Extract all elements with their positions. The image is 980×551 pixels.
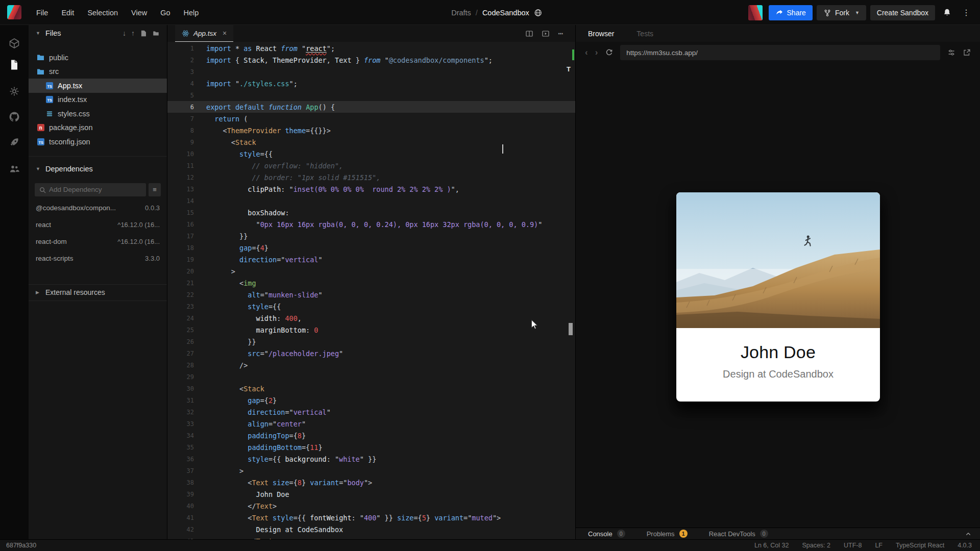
dependencies-section-header[interactable]: ▼ Dependencies <box>29 161 167 177</box>
status-ln-6-col-32[interactable]: Ln 6, Col 32 <box>754 542 789 549</box>
file-label: styles.css <box>58 110 90 118</box>
code-line-40: 40 </Text> <box>167 500 575 512</box>
close-tab-icon[interactable]: × <box>223 29 227 37</box>
add-dependency-input[interactable] <box>35 183 146 196</box>
notifications-bell-icon[interactable] <box>939 5 954 20</box>
deploy-rocket-icon[interactable] <box>8 136 20 148</box>
line-number: 7 <box>167 115 197 122</box>
react-icon <box>182 30 189 37</box>
code-line-28: 28 /> <box>167 359 575 371</box>
tab-browser[interactable]: Browser <box>588 30 614 38</box>
code-line-26: 26 }} <box>167 336 575 347</box>
split-view-icon[interactable] <box>525 30 533 38</box>
editor-scrollbar[interactable]: T <box>568 42 574 539</box>
tab-app-tsx[interactable]: App.tsx × <box>175 25 233 42</box>
live-users-icon[interactable] <box>8 163 20 175</box>
status-4-0-3[interactable]: 4.0.3 <box>958 542 972 549</box>
line-number: 3 <box>167 68 197 76</box>
code-editor[interactable]: 1import * as React from "react";2import … <box>167 42 575 539</box>
devtools-tab-react-devtools[interactable]: React DevTools0 <box>709 530 768 538</box>
dependency-filter-icon[interactable]: ≡ <box>149 183 161 196</box>
chevron-up-icon[interactable] <box>965 531 972 537</box>
code-line-30: 30 <Stack <box>167 383 575 394</box>
status-spaces-2[interactable]: Spaces: 2 <box>802 542 830 549</box>
npm-icon: n <box>37 124 44 132</box>
external-resources-header[interactable]: ▶ External resources <box>29 285 167 300</box>
code-line-8: 8 <ThemeProvider theme={{}}> <box>167 124 575 136</box>
new-file-icon[interactable] <box>140 30 147 37</box>
line-number: 36 <box>167 456 197 463</box>
menu-edit[interactable]: Edit <box>55 6 81 20</box>
css-icon <box>45 110 53 117</box>
scrollbar-handle[interactable] <box>569 323 573 335</box>
devtools-tab-problems[interactable]: Problems1 <box>647 530 688 538</box>
file-index-tsx[interactable]: TSindex.tsx <box>29 93 167 107</box>
share-button[interactable]: Share <box>769 5 813 20</box>
code-line-17: 17 }} <box>167 230 575 242</box>
create-sandbox-button[interactable]: Create Sandbox <box>870 5 935 20</box>
chevron-down-icon: ▼ <box>36 31 41 36</box>
refresh-icon[interactable] <box>605 48 613 57</box>
menu-selection[interactable]: Selection <box>81 6 125 20</box>
devtools-tab-console[interactable]: Console0 <box>588 530 625 538</box>
more-options-icon[interactable]: ⋮ <box>959 5 974 20</box>
fork-button[interactable]: Fork ▼ <box>817 5 866 20</box>
status-utf-8[interactable]: UTF-8 <box>844 542 862 549</box>
code-line-42: 42 Design at CodeSandbox <box>167 523 575 535</box>
line-number: 4 <box>167 80 197 87</box>
dependency-name: react-scripts <box>36 255 74 262</box>
files-section-header[interactable]: ▼ Files ↓ ↑ <box>29 25 167 41</box>
menu-bar: FileEditSelectionViewGoHelp <box>30 0 205 25</box>
open-in-new-window-icon[interactable] <box>963 48 971 57</box>
breadcrumb-folder[interactable]: Drafts <box>451 9 471 17</box>
file-package-json[interactable]: npackage.json <box>29 121 167 135</box>
sandbox-cube-icon[interactable] <box>8 37 20 49</box>
upload-icon[interactable]: ↑ <box>131 29 135 37</box>
file-tsconfig-json[interactable]: TStsconfig.json <box>29 135 167 149</box>
line-number: 29 <box>167 373 197 381</box>
status-lf[interactable]: LF <box>875 542 883 549</box>
preview-play-icon[interactable] <box>542 30 550 38</box>
menu-view[interactable]: View <box>125 6 154 20</box>
dependency-row[interactable]: @codesandbox/compon...0.0.3 <box>29 199 167 216</box>
dependency-list: @codesandbox/compon...0.0.3react^16.12.0… <box>29 199 167 267</box>
settings-gear-icon[interactable] <box>8 85 20 97</box>
download-icon[interactable]: ↓ <box>122 29 126 37</box>
back-icon[interactable]: ‹ <box>585 47 588 58</box>
devtools-tab-label: React DevTools <box>709 530 755 538</box>
line-number: 30 <box>167 385 197 392</box>
file-app-tsx[interactable]: TSApp.tsx <box>29 79 167 93</box>
dependency-row[interactable]: react-dom^16.12.0 (16... <box>29 233 167 250</box>
url-input[interactable]: https://mm3su.csb.app/ <box>620 45 940 60</box>
file-public[interactable]: public <box>29 51 167 65</box>
editor-more-icon[interactable]: ⋯ <box>558 29 564 38</box>
count-badge: 1 <box>679 530 688 538</box>
line-number: 40 <box>167 503 197 510</box>
dependency-row[interactable]: react^16.12.0 (16... <box>29 216 167 233</box>
file-explorer-icon[interactable] <box>8 59 20 71</box>
file-src[interactable]: src <box>29 65 167 79</box>
menu-help[interactable]: Help <box>177 6 206 20</box>
forward-icon[interactable]: › <box>595 47 598 58</box>
user-avatar[interactable] <box>748 5 763 20</box>
dependency-name: react <box>36 221 51 229</box>
globe-icon[interactable] <box>534 9 542 17</box>
code-line-31: 31 gap={2} <box>167 394 575 406</box>
menu-go[interactable]: Go <box>154 6 177 20</box>
github-icon[interactable] <box>8 111 20 123</box>
menu-file[interactable]: File <box>30 6 55 20</box>
code-line-1: 1import * as React from "react"; <box>167 42 575 54</box>
dependency-row[interactable]: react-scripts3.3.0 <box>29 250 167 267</box>
sandbox-title[interactable]: CodeSandbox <box>482 9 529 17</box>
line-number: 15 <box>167 209 197 216</box>
file-styles-css[interactable]: styles.css <box>29 107 167 121</box>
codesandbox-logo[interactable] <box>7 5 21 19</box>
tab-tests[interactable]: Tests <box>636 30 653 38</box>
responsive-preview-icon[interactable] <box>947 48 955 57</box>
status-typescript-react[interactable]: TypeScript React <box>896 542 944 549</box>
line-number: 42 <box>167 526 197 533</box>
fork-caret-icon[interactable]: ▼ <box>855 10 860 15</box>
new-folder-icon[interactable] <box>152 30 160 37</box>
profile-card: John Doe Design at CodeSandbox <box>676 192 880 402</box>
folder-icon <box>37 68 44 76</box>
